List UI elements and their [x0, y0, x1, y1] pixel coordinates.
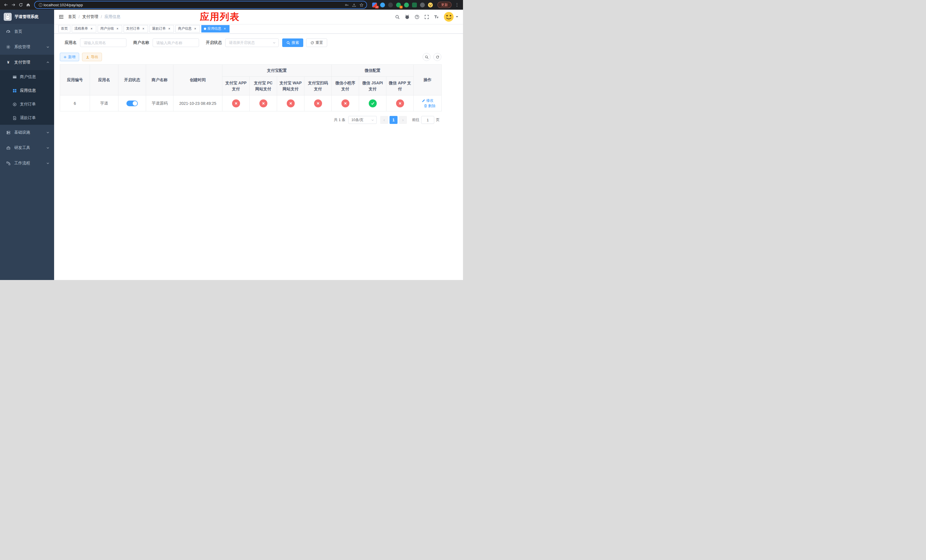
extension-blue-icon[interactable] — [380, 3, 385, 8]
app-logo[interactable]: 芋道管理系统 — [0, 10, 54, 24]
chevron-up-icon — [46, 61, 50, 64]
tab-merchant-info[interactable]: 商户信息× — [176, 25, 200, 32]
col-created-time: 创建时间 — [173, 65, 222, 95]
cell-actions: 修改删除 — [414, 95, 442, 111]
sidebar-item-workflow[interactable]: 工作流程 — [0, 156, 54, 171]
page-number-button[interactable]: 1 — [390, 116, 398, 124]
sidebar-item-label: 研发工具 — [14, 145, 30, 150]
screen: localhost:1024/pay/app 10 1 — [0, 0, 463, 280]
page-size-value: 10条/页 — [351, 118, 363, 123]
share-icon[interactable] — [351, 2, 357, 8]
chevron-down-icon — [46, 131, 50, 134]
flow-icon — [6, 160, 11, 166]
yen-icon: ¥ — [6, 60, 11, 65]
tab-app-info[interactable]: 应用信息× — [201, 25, 230, 32]
breadcrumb-separator: / — [79, 15, 80, 19]
extension-face-icon[interactable] — [428, 3, 433, 8]
cross-circle-icon — [314, 100, 322, 107]
cell-merchant: 芋道源码 — [146, 95, 173, 111]
browser-forward-icon[interactable] — [10, 1, 17, 9]
hamburger-menu-icon[interactable] — [59, 14, 64, 20]
search-icon[interactable] — [395, 15, 400, 20]
extension-green-badge-icon[interactable]: 1 — [396, 3, 401, 8]
font-size-icon[interactable] — [434, 15, 439, 20]
add-button[interactable]: 新增 — [60, 53, 79, 61]
search-button[interactable]: 搜索 — [282, 38, 303, 47]
github-icon[interactable] — [405, 14, 410, 20]
next-page-button[interactable]: › — [399, 116, 407, 124]
sidebar-item-label: 应用信息 — [20, 88, 36, 93]
sidebar-item-home[interactable]: 首页 — [0, 24, 54, 39]
sidebar-item-refund-order[interactable]: 退款订单 — [0, 111, 54, 125]
extension-green-square-icon[interactable] — [412, 3, 417, 8]
tab-close-icon[interactable]: × — [89, 26, 94, 31]
sidebar-item-merchant-info[interactable]: 商户信息 — [0, 70, 54, 84]
navbar-actions — [395, 12, 458, 22]
page-size-select[interactable]: 10条/页 — [348, 116, 377, 124]
tab-payment-order[interactable]: 支付订单× — [124, 25, 148, 32]
sidebar-item-label: 工作流程 — [14, 160, 30, 166]
extension-dark-icon[interactable] — [388, 3, 393, 8]
tab-flow-form[interactable]: 流程表单× — [72, 25, 96, 32]
browser-menu-icon[interactable]: ⋮ — [453, 1, 461, 9]
status-select[interactable]: 请选择开启状态 — [225, 38, 279, 47]
delete-link[interactable]: 删除 — [424, 103, 436, 109]
bookmark-star-icon[interactable] — [358, 2, 365, 8]
goto-page-input[interactable] — [421, 116, 434, 124]
cross-circle-icon — [287, 100, 295, 107]
merchant-name-input[interactable] — [153, 38, 199, 47]
cell-status — [118, 95, 146, 111]
active-tab-dot — [204, 28, 206, 30]
sidebar-item-label: 基础设施 — [14, 130, 30, 135]
browser-back-icon[interactable] — [2, 1, 10, 9]
tab-close-icon[interactable]: × — [193, 26, 197, 31]
tab-close-icon[interactable]: × — [141, 26, 145, 31]
logo-image — [4, 13, 12, 21]
sidebar-item-system[interactable]: 系统管理 — [0, 39, 54, 55]
password-key-icon[interactable] — [343, 2, 350, 8]
site-info-icon[interactable] — [37, 2, 44, 8]
col-wechat-jsapi: 微信 JSAPI 支付 — [359, 77, 386, 95]
sidebar-item-payment[interactable]: ¥支付管理 — [0, 55, 54, 70]
browser-reload-icon[interactable] — [17, 1, 24, 9]
pager: ‹ 1 › — [380, 116, 407, 124]
app-title: 芋道管理系统 — [15, 14, 38, 20]
help-icon[interactable] — [415, 15, 419, 20]
edit-link[interactable]: 修改 — [422, 98, 434, 103]
tab-close-icon[interactable]: × — [115, 26, 120, 31]
browser-home-icon[interactable] — [24, 1, 32, 9]
status-toggle[interactable] — [126, 101, 138, 106]
tab-user-group[interactable]: 用户分组× — [98, 25, 122, 32]
app-table: 应用编号 应用名 开启状态 商户名称 创建时间 支付宝配置 微信配置 操作 支付… — [60, 64, 442, 111]
tab-home[interactable]: 首页 — [58, 25, 70, 32]
tab-refund-order[interactable]: 退款订单× — [150, 25, 174, 32]
export-button[interactable]: 导出 — [82, 53, 102, 61]
refresh-table-button[interactable] — [433, 53, 441, 61]
tab-close-icon[interactable]: × — [223, 26, 227, 31]
breadcrumb-item[interactable]: 支付管理 — [82, 14, 98, 20]
extension-badge: 10 — [375, 6, 379, 9]
extension-pin-icon[interactable] — [420, 3, 425, 8]
user-avatar[interactable] — [443, 12, 458, 22]
url-bar[interactable]: localhost:1024/pay/app — [34, 1, 367, 9]
sidebar-item-infrastructure[interactable]: 基础设施 — [0, 125, 54, 140]
sidebar-item-app-info[interactable]: 应用信息 — [0, 84, 54, 97]
toggle-search-button[interactable] — [422, 53, 431, 61]
tab-close-icon[interactable]: × — [167, 26, 171, 31]
tab-label: 商户信息 — [178, 26, 192, 31]
sidebar-item-dev-tools[interactable]: 研发工具 — [0, 140, 54, 156]
grid-icon — [12, 88, 17, 93]
extension-wechat-icon[interactable] — [404, 3, 409, 8]
reset-button-label: 重置 — [316, 40, 323, 45]
extension-puzzle-icon[interactable]: 10 — [372, 3, 377, 8]
fullscreen-icon[interactable] — [424, 15, 429, 20]
cross-circle-icon — [259, 100, 267, 107]
reset-button[interactable]: 重置 — [306, 38, 327, 47]
app-name-input[interactable] — [80, 38, 126, 47]
prev-page-button[interactable]: ‹ — [380, 116, 388, 124]
breadcrumb-item[interactable]: 首页 — [68, 14, 76, 20]
browser-update-button[interactable]: 更新 — [437, 2, 452, 8]
sidebar-item-payment-order[interactable]: 支付订单 — [0, 97, 54, 111]
cell-config-status — [222, 95, 250, 111]
avatar-image — [443, 12, 454, 22]
